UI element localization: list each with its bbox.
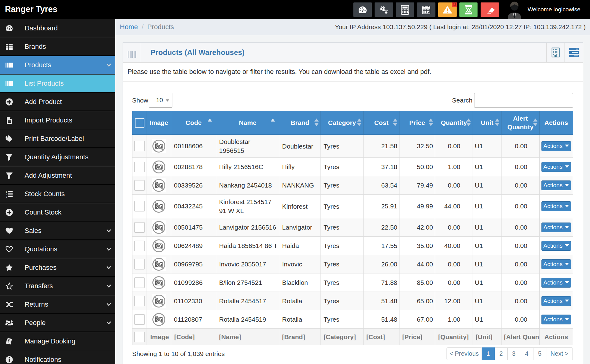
svg-text:3: 3 <box>6 196 7 198</box>
